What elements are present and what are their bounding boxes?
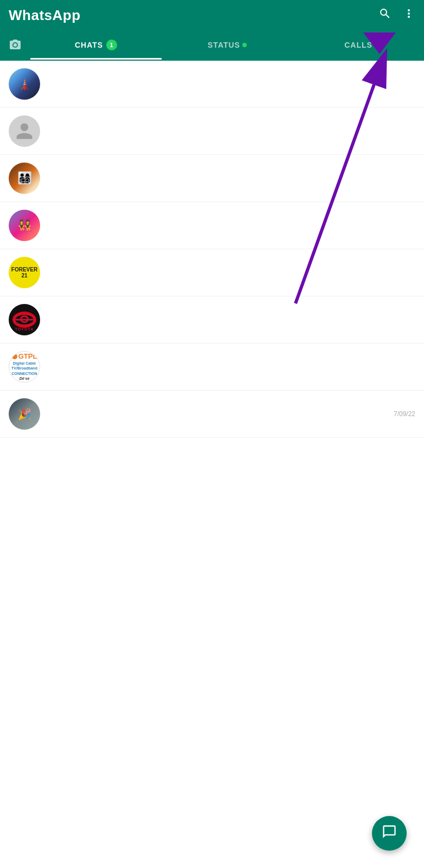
chat-info — [48, 366, 411, 368]
status-dot — [242, 43, 247, 47]
chat-info — [48, 178, 411, 179]
avatar — [9, 398, 40, 430]
chat-time: 7/09/22 — [394, 410, 415, 418]
app-title: WhatsApp — [9, 7, 81, 24]
list-item[interactable]: TOYOTA — [0, 296, 424, 344]
list-item[interactable]: 7/09/22 — [0, 391, 424, 438]
new-chat-fab[interactable] — [372, 816, 407, 851]
avatar: GTPL Digital Cable TV/BroadbandCONNECTIO… — [9, 351, 40, 383]
chat-info — [48, 131, 411, 132]
chats-tab[interactable]: CHATS 1 — [30, 30, 162, 60]
avatar: TOYOTA — [9, 304, 40, 335]
navigation-tabs: CHATS 1 STATUS CALLS — [0, 30, 424, 61]
status-tab-label: STATUS — [208, 41, 240, 49]
list-item[interactable] — [0, 108, 424, 155]
chat-meta: 7/09/22 — [394, 410, 415, 418]
list-item[interactable] — [0, 202, 424, 249]
calls-tab-label: CALLS — [344, 41, 372, 49]
toyota-logo-text: TOYOTA — [15, 327, 34, 331]
chat-info — [48, 83, 411, 85]
list-item[interactable]: GTPL Digital Cable TV/BroadbandCONNECTIO… — [0, 344, 424, 391]
avatar — [9, 163, 40, 194]
chats-badge: 1 — [106, 40, 117, 50]
chat-info — [48, 272, 411, 274]
calls-tab[interactable]: CALLS — [293, 30, 424, 60]
chats-tab-label: CHATS — [75, 41, 103, 49]
list-item[interactable] — [0, 61, 424, 108]
more-options-icon[interactable] — [402, 7, 415, 23]
avatar: FOREVER 21 — [9, 257, 40, 288]
avatar — [9, 210, 40, 241]
status-tab[interactable]: STATUS — [162, 30, 293, 60]
chat-info — [48, 319, 411, 321]
search-icon[interactable] — [378, 7, 391, 23]
chat-list: FOREVER 21 TOYOTA — [0, 61, 424, 868]
chat-info — [48, 413, 389, 415]
forever21-logo-text: FOREVER 21 — [10, 267, 38, 278]
list-item[interactable] — [0, 155, 424, 202]
avatar — [9, 115, 40, 147]
chat-info — [48, 225, 411, 226]
new-chat-icon — [382, 824, 397, 843]
app-header: WhatsApp — [0, 0, 424, 30]
list-item[interactable]: FOREVER 21 — [0, 249, 424, 296]
camera-tab[interactable] — [0, 30, 30, 60]
header-actions — [378, 7, 415, 23]
avatar — [9, 68, 40, 100]
